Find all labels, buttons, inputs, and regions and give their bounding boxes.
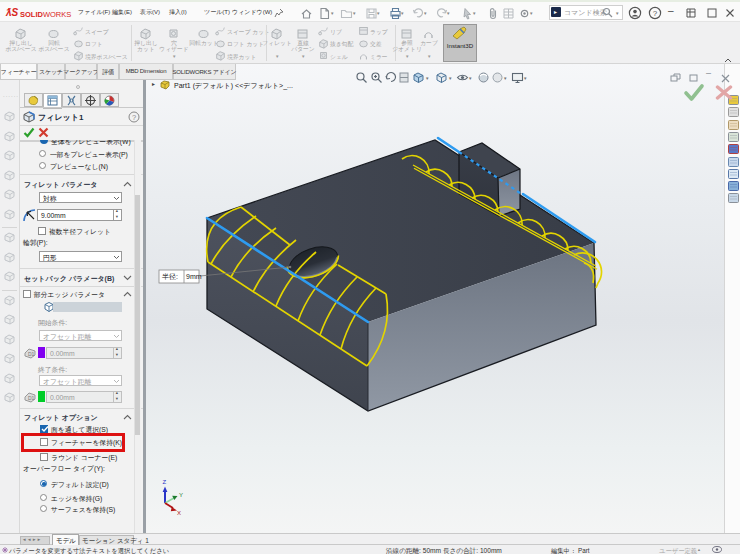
svg-text:Z: Z (163, 479, 167, 485)
svg-text:X: X (177, 510, 181, 516)
svg-text:D1: D1 (28, 351, 35, 357)
svg-text:D1: D1 (28, 395, 35, 401)
svg-text:?: ? (132, 113, 136, 122)
svg-text:Y: Y (179, 492, 183, 498)
svg-text:9mm: 9mm (186, 273, 202, 280)
svg-text:半径:: 半径: (162, 273, 178, 281)
svg-text:?: ? (653, 9, 658, 18)
